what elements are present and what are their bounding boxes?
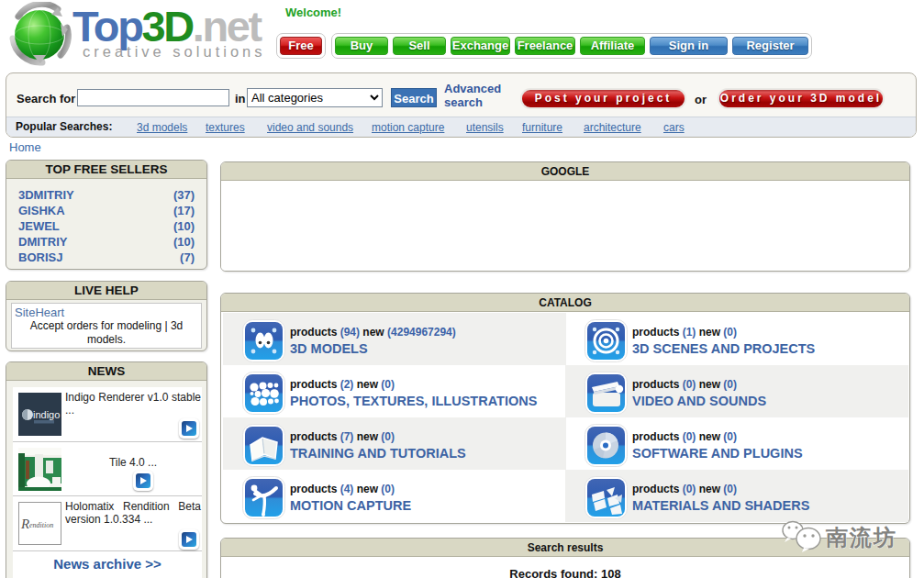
svg-text:南流坊: 南流坊 [825, 525, 897, 550]
svg-text:indigo: indigo [33, 409, 60, 420]
svg-text:creative solutions: creative solutions [83, 43, 265, 60]
svg-text:R: R [20, 517, 29, 531]
svg-text:endition: endition [29, 521, 53, 529]
